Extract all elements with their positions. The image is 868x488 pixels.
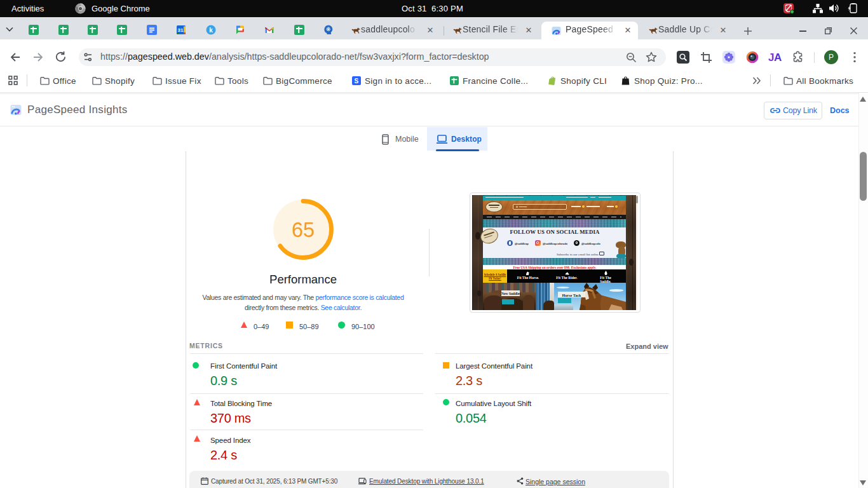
svg-text:S: S	[355, 78, 359, 85]
svg-text:J: J	[768, 51, 774, 63]
svg-text:k: k	[209, 27, 213, 34]
svg-text:31: 31	[178, 27, 184, 33]
svg-text:65: 65	[292, 219, 315, 241]
svg-text:A: A	[774, 51, 782, 63]
